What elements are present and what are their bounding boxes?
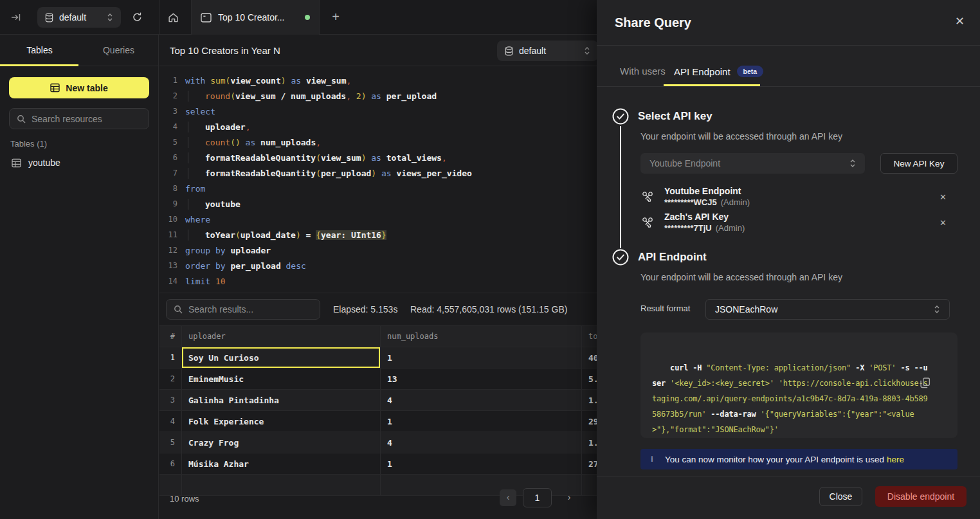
table-cell[interactable]: 5	[159, 432, 182, 453]
refresh-icon[interactable]	[132, 12, 143, 23]
tab-with-users[interactable]: With users	[620, 66, 666, 77]
code-token: }	[381, 230, 386, 240]
code-text: formatReadableQuantity(per_upload) as vi…	[177, 168, 472, 178]
code-line[interactable]: 14limit 10	[159, 273, 597, 289]
sql-editor[interactable]: 1with sum(view_count) as view_sum,2round…	[159, 73, 597, 289]
code-token: as	[376, 168, 396, 178]
banner-link[interactable]: here	[887, 455, 904, 464]
code-line[interactable]: 3select	[159, 104, 597, 119]
table-cell[interactable]: 1	[381, 347, 582, 368]
page-number-input[interactable]	[523, 489, 551, 507]
column-header[interactable]: uploader	[182, 326, 381, 347]
code-token: 10	[210, 277, 225, 286]
column-header[interactable]: total_views	[582, 326, 597, 347]
divider	[597, 477, 980, 477]
disable-endpoint-button[interactable]: Disable endpoint	[875, 486, 966, 507]
new-table-button[interactable]: New table	[9, 77, 149, 98]
table-cell[interactable]: Galinha Pintadinha	[182, 390, 381, 410]
code-text: limit 10	[177, 277, 226, 286]
table-cell[interactable]: 407	[582, 347, 597, 368]
result-format-select[interactable]: JSONEachRow	[705, 299, 950, 320]
line-number: 10	[159, 215, 177, 224]
select-api-key-heading: Select API key	[638, 110, 712, 123]
table-cell[interactable]: 2	[159, 369, 182, 389]
code-token: )	[296, 230, 301, 240]
tab-api-endpoint[interactable]: API Endpoint beta	[674, 66, 763, 77]
result-format-label: Result format	[640, 304, 690, 313]
home-icon[interactable]	[167, 12, 179, 24]
line-number: 1	[159, 76, 177, 85]
table-cell[interactable]: 6	[159, 453, 182, 474]
code-text: formatReadableQuantity(view_sum) as tota…	[177, 153, 447, 163]
table-cell[interactable]: Soy Un Curioso	[182, 347, 381, 368]
divider	[159, 293, 597, 293]
previous-page-button[interactable]: ‹	[500, 489, 516, 506]
table-cell[interactable]: 4	[381, 390, 582, 410]
code-line[interactable]: 5count() as num_uploads,	[159, 134, 597, 150]
new-tab-button[interactable]: +	[327, 8, 345, 26]
code-token: view_sum / num_uploads	[235, 91, 346, 101]
code-line[interactable]: 12group by uploader	[159, 242, 597, 258]
code-token: with	[185, 76, 210, 86]
table-cell[interactable]: 13	[381, 369, 582, 389]
new-api-key-button[interactable]: New API Key	[880, 153, 957, 174]
database-selector[interactable]: default	[37, 7, 121, 28]
code-token: ,	[246, 122, 251, 132]
table-cell[interactable]: 1	[159, 347, 182, 368]
query-database-selector[interactable]: default	[497, 41, 597, 61]
close-button[interactable]: Close	[819, 487, 862, 506]
code-line[interactable]: 13order by per_upload desc	[159, 258, 597, 273]
code-line[interactable]: 11toYear(upload_date) = {year: UInt16}	[159, 227, 597, 242]
sidebar-item-youtube[interactable]: youtube	[5, 153, 153, 172]
results-search[interactable]	[166, 299, 320, 320]
copy-icon[interactable]	[920, 347, 947, 419]
table-cell[interactable]: 4	[159, 411, 182, 432]
remove-key-icon[interactable]: ✕	[934, 190, 952, 205]
code-line[interactable]: 1with sum(view_count) as view_sum,	[159, 73, 597, 88]
column-header[interactable]: #	[159, 326, 182, 347]
step-check-icon	[612, 249, 629, 266]
table-cell[interactable]: 1.1	[582, 432, 597, 453]
table-cell[interactable]: 274	[582, 453, 597, 474]
code-token: (	[316, 168, 321, 178]
result-format-value: JSONEachRow	[715, 304, 934, 314]
code-line[interactable]: 9youtube	[159, 196, 597, 212]
table-cell[interactable]: Músika Azhar	[182, 453, 381, 474]
table-cell[interactable]: Crazy Frog	[182, 432, 381, 453]
table-cell[interactable]: 5.1	[582, 369, 597, 389]
table-cell[interactable]: EminemMusic	[182, 369, 381, 389]
code-line[interactable]: 4uploader,	[159, 119, 597, 134]
table-cell[interactable]: 1.4	[582, 390, 597, 410]
api-key-select-value: Youtube Endpoint	[649, 158, 849, 168]
table-name: youtube	[28, 158, 60, 168]
api-key-select[interactable]: Youtube Endpoint	[640, 153, 865, 174]
table-cell[interactable]: 4	[381, 432, 582, 453]
tab-tables[interactable]: Tables	[0, 35, 79, 66]
resource-search[interactable]	[9, 108, 149, 129]
tab-queries[interactable]: Queries	[79, 35, 158, 66]
resource-search-input[interactable]	[32, 114, 141, 124]
code-line[interactable]: 2round(view_sum / num_uploads, 2) as per…	[159, 88, 597, 104]
table-cell[interactable]: 294	[582, 411, 597, 432]
line-number: 9	[159, 199, 177, 208]
table-cell[interactable]: Folk Experience	[182, 411, 381, 432]
table-cell[interactable]: 3	[159, 390, 182, 410]
code-line[interactable]: 7formatReadableQuantity(per_upload) as v…	[159, 165, 597, 181]
query-tab[interactable]: Top 10 Creator...	[191, 0, 320, 35]
collapse-sidebar-icon[interactable]	[10, 13, 22, 22]
table-cell[interactable]: 1	[381, 453, 582, 474]
code-line[interactable]: 10where	[159, 212, 597, 227]
key-role: (Admin)	[716, 223, 745, 233]
curl-token: -X	[851, 363, 869, 372]
code-line[interactable]: 6formatReadableQuantity(view_sum) as tot…	[159, 150, 597, 165]
query-title: Top 10 Creators in Year N	[170, 45, 280, 56]
next-page-button[interactable]: ›	[561, 489, 577, 506]
results-search-input[interactable]	[188, 304, 313, 314]
code-line[interactable]: 8from	[159, 181, 597, 196]
new-table-label: New table	[66, 83, 107, 93]
code-token: formatReadableQuantity	[205, 153, 316, 163]
remove-key-icon[interactable]: ✕	[934, 215, 952, 230]
table-cell[interactable]: 1	[381, 411, 582, 432]
column-header[interactable]: num_uploads	[381, 326, 582, 347]
close-icon[interactable]: ✕	[955, 15, 965, 27]
